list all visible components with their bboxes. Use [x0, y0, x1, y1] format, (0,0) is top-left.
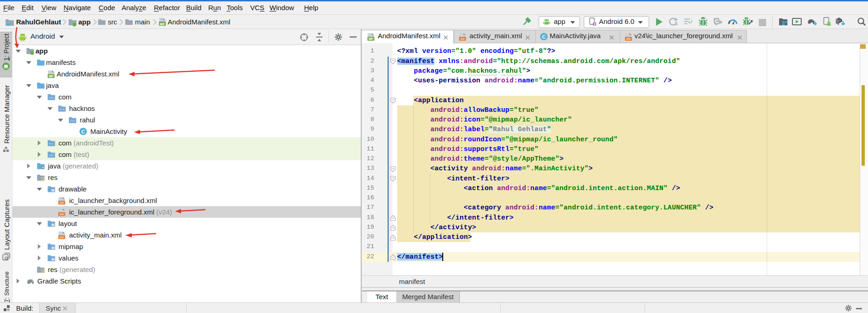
svg-text:<>: <>: [59, 201, 64, 205]
svg-text:C: C: [715, 18, 719, 24]
svg-text:MF: MF: [369, 37, 374, 41]
svg-text:A: A: [674, 21, 678, 26]
svg-text:MF: MF: [49, 75, 54, 78]
svg-text:<>: <>: [626, 37, 631, 41]
svg-text:<>: <>: [59, 236, 64, 239]
svg-text:MF: MF: [160, 22, 165, 26]
svg-text:<>: <>: [59, 213, 64, 216]
svg-text:<>: <>: [460, 37, 465, 41]
svg-text:C: C: [542, 34, 546, 40]
svg-text:C: C: [82, 129, 85, 134]
